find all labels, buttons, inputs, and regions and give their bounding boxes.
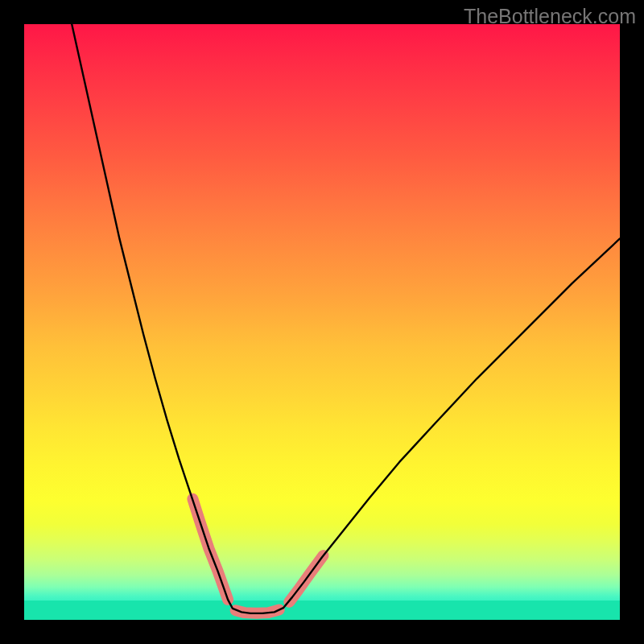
plot-area: [24, 24, 620, 620]
main-curve: [72, 24, 620, 613]
curve-svg: [24, 24, 620, 620]
curve-layer: [72, 24, 620, 613]
chart-frame: TheBottleneck.com: [0, 0, 644, 644]
